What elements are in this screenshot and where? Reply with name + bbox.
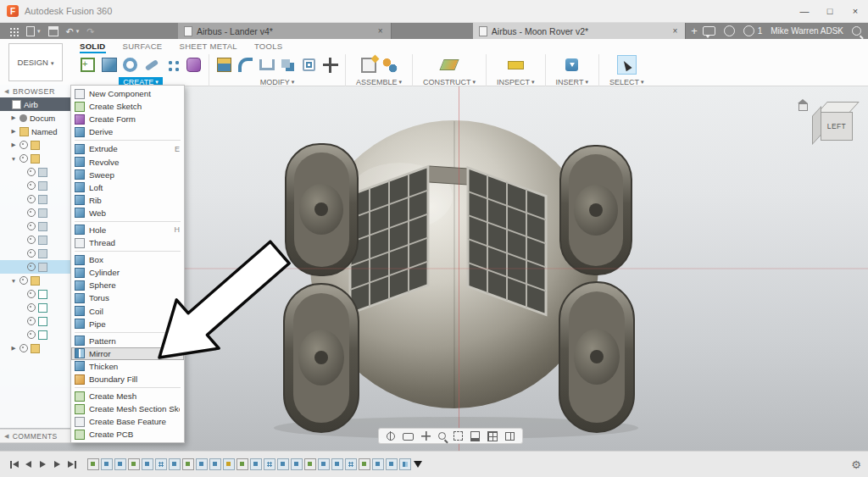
visibility-eye-icon[interactable] (19, 154, 28, 163)
press-pull-icon[interactable] (215, 56, 233, 74)
user-account-label[interactable]: Mike Warren ADSK (771, 26, 843, 36)
zoom-icon[interactable] (438, 432, 446, 440)
visibility-eye-icon[interactable] (27, 263, 36, 271)
visibility-eye-icon[interactable] (27, 236, 36, 244)
menu-item-thicken[interactable]: Thicken (71, 360, 184, 373)
timeline-feature-extrude-icon[interactable] (114, 458, 126, 470)
visibility-eye-icon[interactable] (27, 222, 36, 230)
menu-item-revolve[interactable]: Revolve (71, 155, 184, 168)
measure-icon[interactable] (507, 56, 525, 74)
tab-surface[interactable]: SURFACE (123, 42, 163, 53)
home-icon[interactable] (798, 103, 808, 111)
menu-item-loft[interactable]: Loft (71, 181, 184, 194)
insert-group-button[interactable]: INSERT ▾ (552, 77, 593, 87)
inspect-group-button[interactable]: INSPECT ▾ (492, 77, 539, 87)
pattern-icon[interactable] (164, 56, 181, 74)
menu-item-boundary-fill[interactable]: Boundary Fill (71, 373, 184, 385)
timeline-feature-extrude-icon[interactable] (277, 458, 289, 470)
timeline-feature-extrude-icon[interactable] (250, 458, 262, 470)
grid-settings-icon[interactable] (487, 431, 498, 441)
visibility-eye-icon[interactable] (27, 249, 36, 258)
timeline-step-back-button[interactable] (21, 458, 36, 472)
minimize-button[interactable]: — (792, 0, 817, 22)
timeline-feature-pattern-icon[interactable] (155, 458, 167, 470)
timeline-step-forward-button[interactable] (50, 458, 64, 472)
viewports-icon[interactable] (505, 432, 515, 441)
visibility-eye-icon[interactable] (19, 141, 28, 149)
expander-icon[interactable]: ▶ (10, 128, 17, 135)
menu-item-rib[interactable]: Rib (71, 194, 184, 207)
save-icon[interactable] (48, 26, 58, 36)
menu-item-create-mesh-section-sketch[interactable]: Create Mesh Section Sketch (71, 402, 184, 415)
visibility-eye-icon[interactable] (27, 181, 36, 190)
menu-item-sweep[interactable]: Sweep (71, 169, 184, 181)
collapse-panel-icon[interactable]: ◀ (4, 88, 9, 95)
orbit-icon[interactable] (387, 432, 395, 441)
timeline-feature-extrude-icon[interactable] (196, 458, 208, 470)
create-sketch-icon[interactable]: + (79, 56, 97, 74)
menu-item-web[interactable]: Web (71, 207, 184, 219)
tab-sheet-metal[interactable]: SHEET METAL (180, 42, 237, 53)
timeline-feature-extrude-icon[interactable] (101, 458, 113, 470)
zoom-window-icon[interactable] (453, 431, 463, 441)
menu-item-new-component[interactable]: New Component (71, 87, 184, 100)
insert-icon[interactable] (563, 56, 581, 74)
expander-icon[interactable]: ▼ (10, 156, 17, 162)
fillet-icon[interactable] (236, 56, 254, 74)
timeline-position-marker[interactable] (414, 461, 422, 468)
viewcube[interactable]: LEFT (798, 95, 860, 147)
move-copy-icon[interactable] (321, 56, 339, 74)
visibility-eye-icon[interactable] (27, 208, 36, 217)
tab-solid[interactable]: SOLID (80, 42, 106, 53)
visibility-eye-icon[interactable] (19, 276, 28, 285)
timeline-skip-start-button[interactable] (7, 458, 21, 472)
select-cursor-icon[interactable] (617, 55, 637, 75)
timeline-feature-sketch-icon[interactable] (359, 458, 370, 470)
shell-icon[interactable] (258, 56, 275, 74)
assemble-group-button[interactable]: ASSEMBLE ▾ (352, 77, 406, 87)
visibility-eye-icon[interactable] (27, 195, 36, 203)
timeline-feature-extrude-icon[interactable] (169, 458, 181, 470)
select-group-button[interactable]: SELECT ▾ (605, 77, 648, 87)
maximize-button[interactable]: □ (817, 0, 843, 22)
file-menu-icon[interactable] (26, 26, 35, 36)
menu-item-coil[interactable]: Coil (71, 305, 184, 318)
timeline-feature-pattern-icon[interactable] (264, 458, 275, 470)
undo-icon[interactable]: ↶ (66, 26, 74, 36)
visibility-eye-icon[interactable] (27, 168, 36, 176)
tab-tools[interactable]: TOOLS (254, 42, 283, 53)
viewcube-front-face[interactable]: LEFT (821, 112, 853, 141)
timeline-feature-sketch-icon[interactable] (304, 458, 316, 470)
new-tab-button[interactable]: + (686, 23, 702, 39)
timeline-feature-sketch-icon[interactable] (182, 458, 194, 470)
job-status-icon[interactable] (724, 25, 735, 36)
redo-icon[interactable]: ↷ (86, 26, 94, 36)
timeline-feature-extrude-icon[interactable] (318, 458, 330, 470)
search-icon[interactable] (852, 26, 861, 36)
offset-face-icon[interactable] (300, 56, 318, 74)
menu-item-torus[interactable]: Torus (71, 291, 184, 304)
menu-item-create-base-feature[interactable]: Create Base Feature (71, 415, 184, 428)
construct-group-button[interactable]: CONSTRUCT ▾ (419, 77, 480, 87)
menu-item-pipe[interactable]: Pipe (71, 318, 184, 330)
visibility-eye-icon[interactable] (27, 330, 36, 339)
menu-item-extrude[interactable]: ExtrudeE (71, 142, 184, 155)
new-component-icon[interactable] (359, 56, 377, 74)
timeline-feature-move-icon[interactable] (223, 458, 235, 470)
extrude-icon[interactable] (100, 56, 118, 74)
menu-item-pattern[interactable]: Pattern▸ (71, 335, 184, 347)
tab-close-icon[interactable]: × (671, 26, 680, 36)
combine-icon[interactable] (279, 56, 297, 74)
visibility-eye-icon[interactable] (27, 290, 36, 298)
joint-icon[interactable] (381, 56, 398, 74)
tab-airbus-moon-rover[interactable]: Airbus - Moon Rover v2* × (473, 23, 687, 39)
menu-item-box[interactable]: Box (71, 253, 184, 266)
close-button[interactable]: × (843, 0, 868, 22)
create-form-icon[interactable] (185, 56, 203, 74)
timeline-play-button[interactable] (36, 458, 50, 472)
app-grid-icon[interactable] (8, 26, 19, 36)
expander-icon[interactable]: ▼ (10, 278, 17, 284)
menu-item-create-form[interactable]: Create Form (71, 113, 184, 125)
tab-airbus-lander[interactable]: Airbus - Lander v4* × (178, 23, 392, 39)
expander-icon[interactable]: ▶ (10, 114, 17, 121)
